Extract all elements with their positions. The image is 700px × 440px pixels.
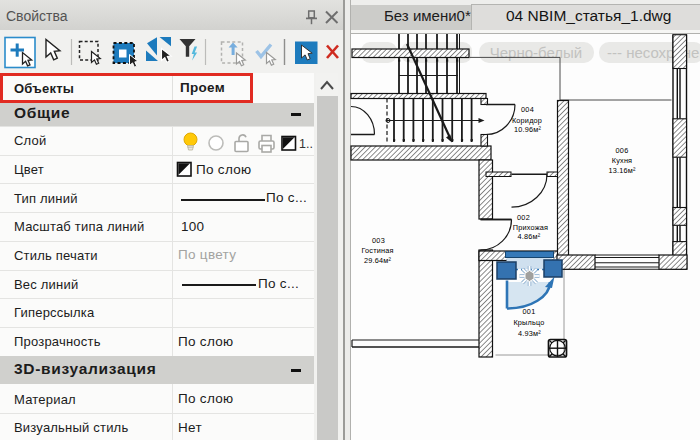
svg-text:Черно-белый: Черно-белый [490,44,582,61]
svg-text:001: 001 [523,307,536,316]
svg-text:4.93м²: 4.93м² [518,329,541,338]
svg-text:006: 006 [616,146,629,155]
svg-text:4.86м²: 4.86м² [518,232,541,241]
svg-text:1..: 1.. [299,137,313,151]
svg-text:Коридор: Коридор [512,116,542,125]
svg-text:29.64м²: 29.64м² [364,256,391,265]
svg-text:Прихожая: Прихожая [513,223,548,232]
svg-text:004: 004 [521,105,534,114]
svg-text:Кухня: Кухня [612,156,633,165]
svg-text:003: 003 [372,236,385,245]
svg-text:10.96м²: 10.96м² [514,125,541,134]
svg-text:Крыльцо: Крыльцо [513,318,544,327]
svg-text:13.16м²: 13.16м² [608,166,635,175]
svg-text:Гостиная: Гостиная [361,246,393,255]
svg-text:002: 002 [517,213,530,222]
